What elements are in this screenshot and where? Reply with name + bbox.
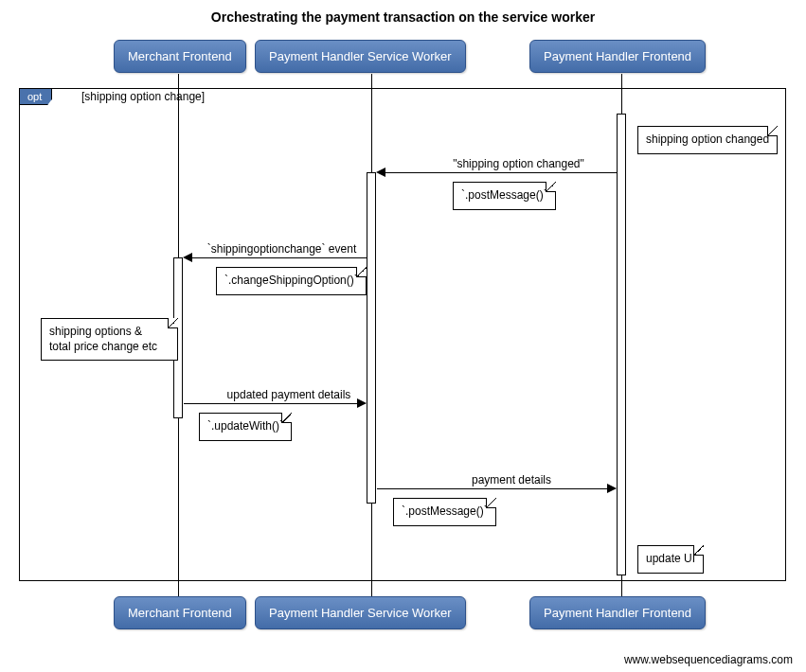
msg2-arrow — [185, 257, 367, 258]
activation-sw — [367, 172, 376, 504]
note-totals: shipping options & total price change et… — [41, 318, 178, 361]
activation-frontend — [617, 114, 626, 575]
note-update-ui: update UI — [637, 545, 704, 574]
msg1-label: "shipping option changed" — [421, 157, 616, 170]
note-change-shipping-option: `.changeShippingOption()` — [216, 267, 367, 295]
attribution-text: www.websequencediagrams.com — [624, 653, 793, 666]
opt-tag: opt — [20, 89, 52, 105]
diagram-title: Orchestrating the payment transaction on… — [0, 9, 806, 25]
msg4-arrow — [377, 488, 616, 489]
participant-frontend-top: Payment Handler Frontend — [529, 40, 706, 73]
note-shipping-changed: shipping option changed — [637, 126, 778, 154]
opt-guard: [shipping option change] — [81, 90, 205, 103]
note-updatewith: `.updateWith()` — [199, 413, 292, 441]
note-postmessage-2: `.postMessage()` — [393, 498, 496, 526]
msg3-label: updated payment details — [213, 388, 365, 401]
participant-sw-bottom: Payment Handler Service Worker — [255, 596, 466, 629]
participant-sw-top: Payment Handler Service Worker — [255, 40, 466, 73]
msg4-arrowhead-icon — [607, 484, 617, 493]
msg2-arrowhead-icon — [183, 253, 192, 262]
participant-merchant-bottom: Merchant Frontend — [114, 596, 246, 629]
msg3-arrowhead-icon — [357, 398, 367, 408]
msg4-label: payment details — [455, 473, 568, 486]
msg1-arrow — [378, 172, 617, 173]
note-postmessage-1: `.postMessage()` — [453, 182, 556, 210]
msg1-arrowhead-icon — [376, 168, 385, 177]
participant-frontend-bottom: Payment Handler Frontend — [529, 596, 706, 629]
msg3-arrow — [184, 403, 366, 404]
msg2-label: `shippingoptionchange` event — [189, 242, 374, 256]
participant-merchant-top: Merchant Frontend — [114, 40, 246, 73]
